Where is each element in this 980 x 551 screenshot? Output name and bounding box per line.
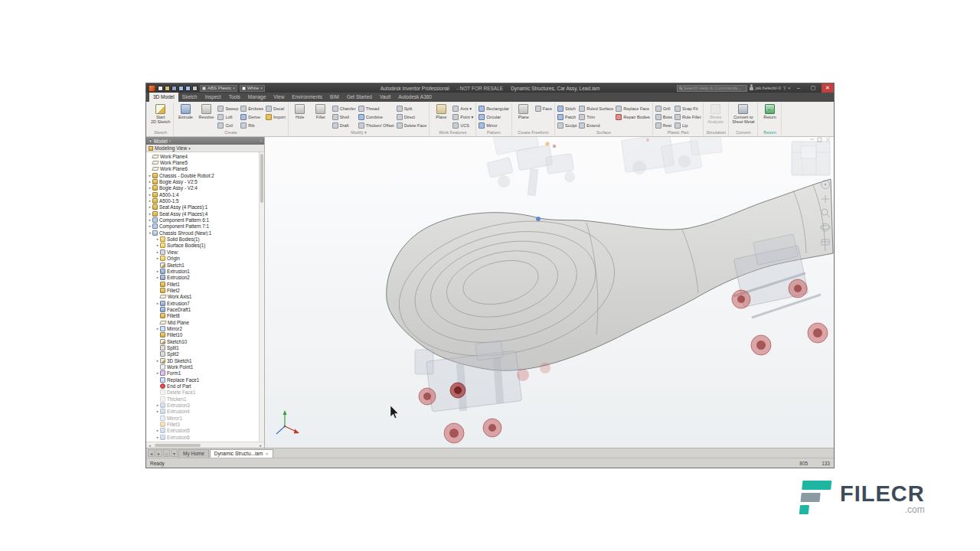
ribbon-button-delete-face[interactable]: Delete Face <box>397 122 427 129</box>
ribbon-button-thread[interactable]: Thread <box>358 105 394 112</box>
ribbon-tab-3d-model[interactable]: 3D Model <box>149 93 178 102</box>
tree-item-mirror1[interactable]: Mirror1 <box>146 415 259 421</box>
ribbon-button-chamfer[interactable]: Chamfer <box>332 105 356 112</box>
scrollbar-thumb[interactable] <box>260 154 263 203</box>
tree-item-seat-assy-4-places-4[interactable]: ▸Seat Assy (4 Places):4 <box>146 210 259 217</box>
ribbon-button-snap-fit[interactable]: Snap Fit <box>675 105 701 112</box>
document-tab-dynamic-structu-iam[interactable]: Dynamic Structu...iam✕ <box>210 449 273 458</box>
ribbon-button-mirror[interactable]: Mirror <box>479 122 509 129</box>
ribbon-group-label-create[interactable]: Create <box>176 130 285 136</box>
ribbon-group-label-simulation[interactable]: Simulation <box>706 130 726 136</box>
tree-item-seat-assy-4-places-1[interactable]: ▸Seat Assy (4 Places):1 <box>146 204 259 210</box>
ribbon-button-trim[interactable]: Trim <box>579 113 613 121</box>
ribbon-button-ruled-surface[interactable]: Ruled Surface <box>579 105 613 112</box>
ribbon-button-fillet[interactable]: Fillet <box>312 103 330 119</box>
ribbon-button-extrude[interactable]: Extrude <box>176 103 194 119</box>
tree-item-chassis-shroud-new-1[interactable]: ▾Chassis Shroud (New):1 <box>146 230 259 236</box>
ribbon-button-rib[interactable]: Rib <box>240 122 263 129</box>
ribbon-button-combine[interactable]: Combine <box>358 113 394 121</box>
tree-item-facedraft1[interactable]: FaceDraft1 <box>146 306 259 312</box>
ribbon-button-face[interactable]: Face <box>535 105 552 112</box>
document-tab-my-home[interactable]: My Home <box>178 449 209 458</box>
tree-item-extrusion1[interactable]: ▸Extrusion1 <box>146 268 259 274</box>
ribbon-button-sweep[interactable]: Sweep <box>217 105 238 112</box>
ribbon-button-revolve[interactable]: Revolve <box>197 103 215 119</box>
ribbon-button-repair-bodies[interactable]: Repair Bodies <box>616 113 650 121</box>
tree-item-split1[interactable]: Split1 <box>146 344 259 350</box>
tree-item-work-plane6[interactable]: Work Plane6 <box>146 166 259 172</box>
browser-view-mode[interactable]: Modeling View ▾ <box>146 145 264 152</box>
ribbon-tab-bim[interactable]: BIM <box>326 93 343 102</box>
tree-item-fillet2[interactable]: Fillet2 <box>146 287 259 293</box>
tree-item-a500-1-5[interactable]: ▸A500-1:5 <box>146 197 259 204</box>
ribbon-group-label-sketch[interactable]: Sketch <box>150 130 171 136</box>
ribbon-button-patch[interactable]: Patch <box>557 113 577 121</box>
tree-item-3d-sketch1[interactable]: ▸3D Sketch1 <box>146 357 259 364</box>
ribbon-button-return[interactable]: ←Return <box>760 103 779 119</box>
ribbon-tab-inspect[interactable]: Inspect <box>201 93 225 102</box>
tree-item-origin[interactable]: ▸Origin <box>146 256 259 262</box>
search-input[interactable] <box>684 86 743 90</box>
ribbon-button-shell[interactable]: Shell <box>332 113 356 121</box>
ribbon-button-axis[interactable]: Axis ▾ <box>452 105 473 112</box>
save-icon[interactable] <box>172 86 177 91</box>
ribbon-button-convert-to-sheet-metal[interactable]: Convert toSheet Metal <box>731 103 755 124</box>
graphics-window[interactable] <box>265 137 834 448</box>
tree-item-extrusion2[interactable]: ▸Extrusion2 <box>146 275 259 281</box>
tree-item-work-point1[interactable]: Work Point1 <box>146 364 259 370</box>
ribbon-tab-sketch[interactable]: Sketch <box>178 93 201 102</box>
ribbon-group-label-plastic-part[interactable]: Plastic Part <box>655 130 701 136</box>
tree-item-extrusion3[interactable]: ▸Extrusion3 <box>146 402 259 408</box>
ribbon-tab-tools[interactable]: Tools <box>225 93 244 102</box>
ribbon-button-plane[interactable]: Plane <box>432 103 450 119</box>
redo-icon[interactable] <box>185 86 191 91</box>
chevron-down-icon[interactable]: ▾ <box>171 449 178 457</box>
ribbon-button-split[interactable]: Split <box>397 105 427 112</box>
chevron-down-icon[interactable]: ▾ <box>169 139 172 143</box>
tree-item-extrusion7[interactable]: ▸Extrusion7 <box>146 300 259 306</box>
help-search[interactable] <box>677 85 747 92</box>
ribbon-tab-get-started[interactable]: Get Started <box>343 93 376 102</box>
tree-item-a500-1-4[interactable]: ▸A500-1:4 <box>146 191 259 197</box>
ribbon-group-label-convert[interactable]: Convert <box>731 130 755 136</box>
doc-window-controls[interactable] <box>810 138 830 142</box>
ribbon-button-start-2d-sketch[interactable]: Start2D Sketch <box>150 103 171 124</box>
tree-item-surface-bodies-1[interactable]: ▸Surface Bodies(1) <box>146 243 259 249</box>
tree-item-delete-face1[interactable]: Delete Face1 <box>146 390 259 396</box>
help-icon[interactable]: ? <box>783 86 786 91</box>
forward-icon[interactable]: ▸ <box>155 449 162 457</box>
ribbon-tab-environments[interactable]: Environments <box>288 93 326 102</box>
ribbon-group-label-return[interactable]: Return <box>760 130 779 136</box>
tree-item-work-plane5[interactable]: Work Plane5 <box>146 159 259 165</box>
tree-item-work-axis1[interactable]: Work Axis1 <box>146 294 259 300</box>
scroll-right-icon[interactable]: ▸ <box>257 443 264 448</box>
ribbon-tab-view[interactable]: View <box>270 93 288 102</box>
ribbon-group-label-modify[interactable]: Modify ▾ <box>291 130 427 136</box>
ribbon-button-coil[interactable]: Coil <box>217 122 238 129</box>
maximize-button[interactable]: ▢ <box>807 83 819 93</box>
chevron-down-icon[interactable]: ▾ <box>788 86 790 90</box>
tree-item-work-plane4[interactable]: Work Plane4 <box>146 153 259 159</box>
scrollbar-track[interactable] <box>153 443 257 448</box>
close-tab-icon[interactable]: ✕ <box>265 450 268 458</box>
panel-dock-icon[interactable]: ▪ <box>260 139 262 143</box>
tree-item-end-of-part[interactable]: End of Part <box>146 383 259 389</box>
home-icon[interactable]: ⌂ <box>163 449 170 457</box>
new-icon[interactable] <box>158 86 163 91</box>
inventor-app-icon[interactable] <box>149 85 155 92</box>
update-icon[interactable] <box>192 86 198 91</box>
tree-item-mirror2[interactable]: ▸Mirror2 <box>146 325 259 331</box>
ribbon-button-replace-face[interactable]: Replace Face <box>616 105 650 112</box>
tree-item-chassis-double-robot-2[interactable]: ▸Chassis - Double Robot:2 <box>146 172 259 178</box>
ribbon-button-direct[interactable]: Direct <box>397 113 427 121</box>
tree-item-view[interactable]: ▸View: <box>146 249 259 255</box>
open-icon[interactable] <box>165 86 170 91</box>
tree-item-fillet8[interactable]: Fillet8 <box>146 313 259 319</box>
ribbon-tab-manage[interactable]: Manage <box>244 93 270 102</box>
tree-item-extrusion4[interactable]: ▸Extrusion4 <box>146 409 259 415</box>
ribbon-button-rule-fillet[interactable]: Rule Fillet <box>675 113 701 121</box>
ribbon-button-grill[interactable]: Grill <box>655 105 672 112</box>
tree-item-sketch10[interactable]: Sketch10 <box>146 338 259 344</box>
minimize-button[interactable]: – <box>792 83 805 93</box>
tree-item-form1[interactable]: ▸Form1 <box>146 370 259 377</box>
